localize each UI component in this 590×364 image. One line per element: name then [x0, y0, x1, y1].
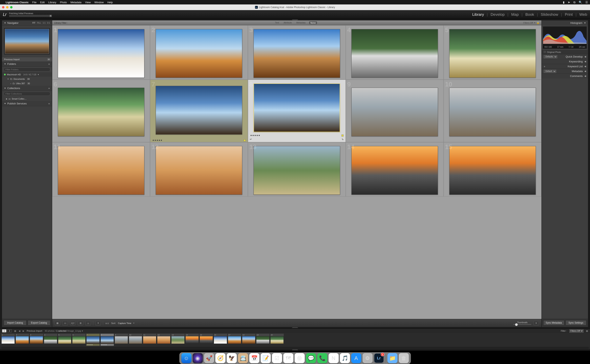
spotlight-icon[interactable]: 🔍 — [579, 1, 582, 4]
thumbnail[interactable] — [351, 88, 438, 136]
right-edge-grip[interactable] — [588, 20, 590, 327]
rotate-right-icon[interactable]: ↳ — [342, 137, 344, 141]
quick-develop-header[interactable]: Defaults Quick Develop ◀ — [542, 54, 588, 59]
filter-tab-none[interactable]: None — [309, 21, 317, 24]
module-map[interactable]: Map — [511, 12, 519, 17]
navigator-preview[interactable] — [5, 29, 49, 54]
grid-cell[interactable]: 7★★★★★ — [150, 80, 248, 142]
thumbnail[interactable] — [58, 146, 145, 195]
filmstrip-cell[interactable]: 3 — [30, 333, 43, 344]
filter-tab-metadata[interactable]: Metadata — [295, 21, 306, 24]
fs-thumbnail[interactable] — [256, 336, 270, 344]
painter-tool-button[interactable]: ✦ — [95, 321, 101, 325]
filter-tab-attribute[interactable]: Attribute — [283, 21, 292, 24]
fs-thumbnail[interactable] — [270, 336, 284, 344]
fs-thumbnail[interactable] — [72, 336, 86, 344]
original-photo-row[interactable]: ☐ Original Photo — [542, 50, 588, 54]
menu-app-name[interactable]: Lightroom Classic — [6, 1, 28, 4]
collections-header[interactable]: ▼ Collections + — [2, 86, 52, 91]
metadata-header[interactable]: Default Metadata ◀ — [542, 69, 588, 73]
filters-off-toggle[interactable]: Filters Off — [524, 22, 533, 24]
filmstrip-scrollbar[interactable] — [1, 347, 589, 349]
fs-thumbnail[interactable] — [115, 336, 128, 344]
fs-filter-select[interactable]: Filters Off — [569, 329, 583, 333]
sync-settings-button[interactable]: Sync Settings — [565, 320, 587, 325]
fs-thumbnail[interactable] — [214, 336, 227, 344]
rating-stars[interactable]: ★★★★★ — [152, 139, 162, 142]
sort-menu-icon[interactable]: ▾ — [133, 322, 134, 325]
grid-view-button[interactable]: ▦ — [55, 321, 60, 325]
grid-cell[interactable]: 12 — [150, 142, 248, 196]
window-close-button[interactable] — [2, 6, 4, 8]
grid-cell[interactable]: 2 — [150, 25, 248, 80]
fs-thumbnail[interactable] — [157, 336, 171, 344]
grid-cell[interactable]: 15 — [444, 142, 542, 196]
grid-cell[interactable]: 13 — [248, 142, 346, 196]
filmstrip[interactable]: 1234567★★★★★8★★★★★9101112131415161718192… — [0, 333, 590, 347]
fs-thumbnail[interactable] — [199, 336, 213, 344]
thumbnail[interactable] — [58, 29, 145, 78]
color-label[interactable] — [244, 139, 246, 141]
navigator-zoom-fit[interactable]: FIT — [32, 22, 35, 24]
menu-photo[interactable]: Photo — [60, 1, 67, 4]
grid-cell[interactable]: 5 — [444, 25, 542, 80]
module-library[interactable]: Library — [472, 12, 484, 17]
export-catalog-button[interactable]: Export Catalog — [28, 320, 51, 325]
previous-import-row[interactable]: Previous Import 30 — [2, 57, 52, 61]
main-window-button[interactable]: 1 — [2, 329, 7, 332]
thumbnail[interactable] — [58, 88, 145, 136]
menu-library[interactable]: Library — [48, 1, 56, 4]
fs-thumbnail[interactable] — [100, 336, 114, 344]
thumbnail[interactable] — [253, 84, 340, 132]
notification-icon[interactable]: ▮ — [563, 1, 564, 4]
metadata-preset[interactable]: Default — [544, 70, 556, 73]
second-window-button[interactable]: 2 — [7, 329, 12, 332]
survey-view-button[interactable]: ⊞ — [78, 321, 83, 325]
grid-view[interactable]: 1234567★★★★★8★★★★★↵↳9101112131415 — [52, 25, 542, 319]
keyword-list-header[interactable]: + Keyword List ◀ — [542, 64, 588, 69]
filmstrip-cell[interactable]: 17 — [228, 333, 241, 344]
grid-cell[interactable]: 14 — [346, 142, 444, 196]
comments-header[interactable]: Comments ◀ — [542, 73, 588, 78]
top-panel-grip[interactable] — [0, 19, 590, 20]
fs-thumbnail[interactable] — [242, 336, 255, 344]
grid-cell[interactable]: 6 — [52, 80, 150, 142]
thumbnail[interactable] — [449, 88, 536, 136]
thumbnail[interactable] — [156, 146, 242, 195]
sync-metadata-button[interactable]: Sync Metadata — [543, 320, 564, 325]
rating-stars[interactable]: ★★★★★ — [250, 134, 260, 137]
menu-help[interactable]: Help — [107, 1, 113, 4]
folder-row-ultra387[interactable]: ▸ 🗀 Ultra 387 30 — [2, 81, 52, 86]
fs-thumbnail[interactable] — [16, 336, 29, 344]
menu-metadata[interactable]: Metadata — [71, 1, 81, 4]
filmstrip-cell[interactable]: 14 — [185, 333, 199, 344]
navigator-header[interactable]: ▼ Navigator FITFILL1:13:1 — [2, 20, 52, 26]
keywording-header[interactable]: Keywording ◀ — [542, 59, 588, 64]
grid-cell[interactable]: 3 — [248, 25, 346, 80]
fs-thumbnail[interactable] — [228, 336, 241, 344]
volume-row[interactable]: Macintosh HD 14.9 / 42.7 GB ▼ — [2, 72, 52, 77]
volume-menu-icon[interactable]: ▼ — [38, 74, 39, 76]
collections-add-icon[interactable]: + — [48, 86, 50, 90]
fs-thumbnail[interactable] — [186, 336, 199, 344]
publish-add-icon[interactable]: + — [48, 102, 50, 105]
menu-edit[interactable]: Edit — [40, 1, 45, 4]
sort-direction-button[interactable]: a↕z — [105, 321, 109, 325]
module-slideshow[interactable]: Slideshow — [541, 12, 558, 17]
filmstrip-bottom-grip[interactable] — [0, 349, 590, 351]
next-photo-icon[interactable]: ▶ — [23, 330, 24, 332]
toolbar-menu-button[interactable]: ▾ — [533, 321, 539, 325]
fs-thumbnail[interactable] — [171, 336, 185, 344]
thumbnail[interactable] — [449, 146, 536, 195]
bluetooth-icon[interactable]: ➤ — [568, 1, 570, 4]
module-web[interactable]: Web — [579, 12, 587, 17]
filmstrip-cell[interactable]: 18 — [242, 333, 256, 344]
thumbnail[interactable] — [351, 146, 438, 195]
navigator-zoom-opts[interactable]: FITFILL1:13:1 — [32, 22, 50, 24]
filmstrip-cell[interactable]: 6 — [72, 333, 86, 344]
fs-thumbnail[interactable] — [143, 336, 156, 344]
filmstrip-cell[interactable]: 20 — [270, 333, 284, 344]
folders-filter-input[interactable] — [4, 67, 50, 72]
grid-cell[interactable]: 8★★★★★↵↳ — [248, 80, 346, 142]
filmstrip-cell[interactable]: 12 — [157, 333, 171, 344]
